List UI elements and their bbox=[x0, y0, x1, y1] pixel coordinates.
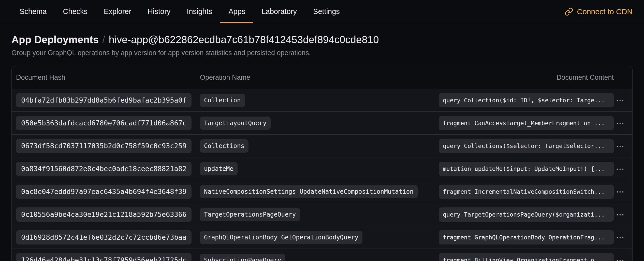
tab-settings[interactable]: Settings bbox=[305, 0, 348, 23]
document-hash: 0ac8e047eddd97a97eac6435a4b694f4e3648f39 bbox=[16, 185, 192, 199]
tab-history[interactable]: History bbox=[139, 0, 179, 23]
row-menu-button[interactable]: ⋯ bbox=[614, 209, 626, 220]
operation-name: NativeCompositionSettings_UpdateNativeCo… bbox=[200, 185, 418, 198]
top-nav: Schema Checks Explorer History Insights … bbox=[0, 0, 644, 23]
table-row: 0a834f91560d872e8c4bec0ade18ceec88821a82… bbox=[12, 157, 632, 180]
document-content: fragment IncrementalNativeCompositionSwi… bbox=[439, 185, 614, 199]
tab-apps[interactable]: Apps bbox=[220, 0, 253, 23]
document-hash: 0673df58cd7037117035b2d0c758f59c0c93c259 bbox=[16, 139, 192, 153]
connect-to-cdn-label: Connect to CDN bbox=[577, 7, 633, 16]
row-menu-button[interactable]: ⋯ bbox=[614, 117, 626, 129]
connect-to-cdn-button[interactable]: Connect to CDN bbox=[565, 7, 633, 16]
operation-name: TargetLayoutQuery bbox=[200, 117, 271, 130]
app-deployments-table: Document Hash Operation Name Document Co… bbox=[11, 66, 633, 261]
operation-name: SubscriptionPageQuery bbox=[200, 254, 285, 261]
document-content: query Collection($id: ID!, $selector: Ta… bbox=[439, 93, 614, 107]
row-menu-button[interactable]: ⋯ bbox=[614, 140, 626, 152]
breadcrumb: App Deployments/hive-app@b622862ecdba7c6… bbox=[11, 34, 633, 45]
table-row: 126d46a4284abe31c13c78f7959d56eeb21725dc… bbox=[12, 249, 632, 261]
table-header-row: Document Hash Operation Name Document Co… bbox=[12, 66, 632, 89]
page-subtitle: Group your GraphQL operations by app ver… bbox=[11, 49, 633, 57]
row-menu-button[interactable]: ⋯ bbox=[614, 186, 626, 198]
breadcrumb-app-id: hive-app@b622862ecdba7c61b78f412453def89… bbox=[109, 34, 379, 45]
table-row: 050e5b363dafdcacd6780e706cadf771d06a867c… bbox=[12, 111, 632, 134]
document-hash: 04bfa72dfb83b297dd8a5b6fed9bafac2b395a0f bbox=[16, 93, 192, 107]
table-row: 0c10556a9be4ca30e19e21c1218a592b75e63366… bbox=[12, 203, 632, 226]
operation-name: GraphQLOperationBody_GetOperationBodyQue… bbox=[200, 231, 362, 244]
operation-name: updateMe bbox=[200, 162, 238, 175]
breadcrumb-separator: / bbox=[102, 34, 105, 45]
document-content: query TargetOperationsPageQuery($organiz… bbox=[439, 207, 614, 222]
row-menu-button[interactable]: ⋯ bbox=[614, 254, 626, 261]
column-header-operation-name: Operation Name bbox=[200, 74, 439, 81]
tab-insights[interactable]: Insights bbox=[179, 0, 220, 23]
document-content: fragment BillingView_OrganizationFragmen… bbox=[439, 253, 614, 261]
column-header-document-content: Document Content bbox=[439, 74, 614, 81]
link-icon bbox=[565, 7, 573, 16]
column-header-document-hash: Document Hash bbox=[16, 74, 200, 81]
tab-explorer[interactable]: Explorer bbox=[96, 0, 139, 23]
document-hash: 050e5b363dafdcacd6780e706cadf771d06a867c bbox=[16, 116, 192, 130]
document-hash: 0a834f91560d872e8c4bec0ade18ceec88821a82 bbox=[16, 162, 192, 176]
operation-name: Collections bbox=[200, 139, 248, 153]
document-content: mutation updateMe($input: UpdateMeInput!… bbox=[439, 162, 614, 176]
row-menu-button[interactable]: ⋯ bbox=[614, 232, 626, 243]
document-content: fragment GraphQLOperationBody_OperationF… bbox=[439, 230, 614, 244]
operation-name: TargetOperationsPageQuery bbox=[200, 208, 300, 221]
row-menu-button[interactable]: ⋯ bbox=[614, 163, 626, 175]
table-row: 0673df58cd7037117035b2d0c758f59c0c93c259… bbox=[12, 134, 632, 157]
document-content: fragment CanAccessTarget_MemberFragment … bbox=[439, 116, 614, 130]
document-content: query Collections($selector: TargetSelec… bbox=[439, 139, 614, 153]
row-menu-button[interactable]: ⋯ bbox=[614, 94, 626, 106]
tab-schema[interactable]: Schema bbox=[11, 0, 55, 23]
document-hash: 126d46a4284abe31c13c78f7959d56eeb21725dc bbox=[16, 253, 192, 261]
document-hash: 0d16928d8572c41ef6e032d2c7c72ccbd6e73baa bbox=[16, 230, 192, 244]
tab-laboratory[interactable]: Laboratory bbox=[253, 0, 305, 23]
document-hash: 0c10556a9be4ca30e19e21c1218a592b75e63366 bbox=[16, 207, 192, 222]
breadcrumb-root[interactable]: App Deployments bbox=[11, 34, 99, 45]
table-row: 0d16928d8572c41ef6e032d2c7c72ccbd6e73baa… bbox=[12, 226, 632, 249]
table-row: 04bfa72dfb83b297dd8a5b6fed9bafac2b395a0f… bbox=[12, 89, 632, 111]
table-row: 0ac8e047eddd97a97eac6435a4b694f4e3648f39… bbox=[12, 180, 632, 203]
operation-name: Collection bbox=[200, 94, 245, 107]
nav-tabs: Schema Checks Explorer History Insights … bbox=[11, 0, 348, 23]
tab-checks[interactable]: Checks bbox=[55, 0, 96, 23]
page-header: App Deployments/hive-app@b622862ecdba7c6… bbox=[0, 23, 644, 57]
